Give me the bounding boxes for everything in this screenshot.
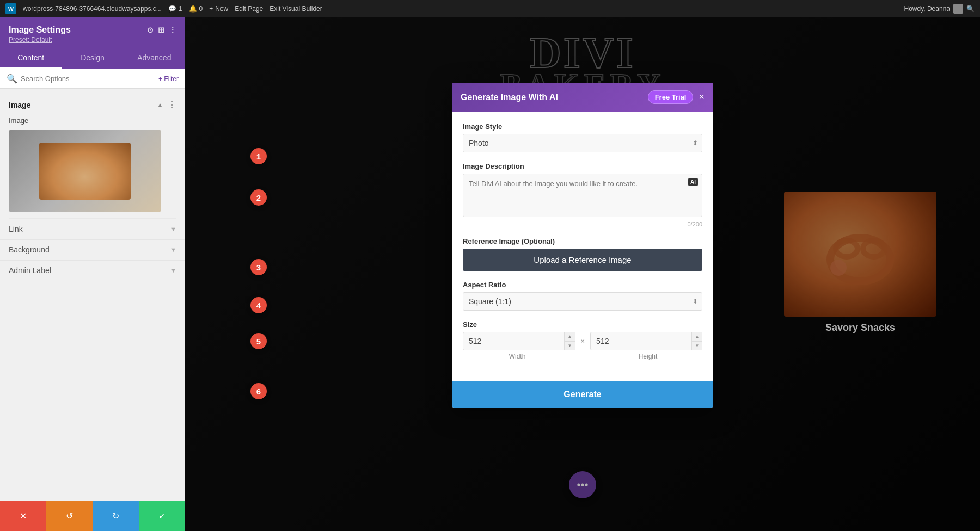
step-badge-3: 3 — [250, 259, 267, 275]
link-section-title: Link — [9, 225, 23, 233]
undo-button[interactable]: ↺ — [46, 501, 93, 531]
image-preview-inner — [9, 130, 161, 212]
width-spinner: ▲ ▼ — [564, 332, 575, 350]
free-trial-badge[interactable]: Free Trial — [648, 90, 694, 104]
width-input-wrap: ▲ ▼ — [463, 332, 575, 350]
site-url[interactable]: wordpress-784896-3766464.cloudwaysapps.c… — [23, 5, 162, 13]
modal-overlay: Generate Image With AI Free Trial × Imag… — [185, 17, 980, 531]
width-up-button[interactable]: ▲ — [565, 332, 575, 342]
size-x-icon: × — [580, 337, 585, 345]
new-button[interactable]: + New — [209, 5, 228, 13]
step-badge-5: 5 — [250, 333, 267, 349]
step-badge-4: 4 — [250, 297, 267, 313]
save-button[interactable]: ✓ — [139, 501, 185, 531]
height-label: Height — [593, 353, 702, 360]
aspect-ratio-group: Aspect Ratio Square (1:1) — [463, 281, 702, 311]
image-description-group: Image Description AI 0/200 — [463, 162, 702, 227]
textarea-wrapper: AI — [463, 174, 702, 219]
image-description-textarea[interactable] — [463, 174, 702, 217]
wp-admin-bar: W wordpress-784896-3766464.cloudwaysapps… — [0, 0, 980, 17]
size-label: Size — [463, 320, 702, 329]
section-controls: ▲ ⋮ — [157, 100, 176, 110]
wp-logo-icon[interactable]: W — [5, 3, 16, 14]
aspect-ratio-select-wrapper: Square (1:1) — [463, 292, 702, 311]
image-sub-label: Image — [0, 114, 185, 128]
search-icon: 🔍 — [7, 73, 17, 84]
sidebar-title-icons: ⊙ ⊞ ⋮ — [147, 26, 176, 34]
preview-food-image — [39, 143, 131, 200]
image-section-header[interactable]: Image ▲ ⋮ — [0, 93, 185, 114]
image-preview[interactable] — [9, 130, 161, 212]
more-icon[interactable]: ⋮ — [169, 26, 176, 34]
size-row: ▲ ▼ × ▲ ▼ — [463, 332, 702, 350]
char-counter: 0/200 — [463, 221, 702, 227]
left-sidebar: Image Settings ⊙ ⊞ ⋮ Preset: Default Con… — [0, 17, 185, 531]
background-section[interactable]: Background ▼ — [0, 239, 185, 260]
columns-icon[interactable]: ⊞ — [158, 26, 164, 34]
comment-icon: 💬 — [168, 5, 176, 13]
height-spinner: ▲ ▼ — [691, 332, 702, 350]
modal-header: Generate Image With AI Free Trial × — [452, 83, 713, 112]
width-input[interactable] — [463, 332, 575, 350]
user-avatar — [953, 4, 963, 14]
aspect-ratio-label: Aspect Ratio — [463, 281, 702, 289]
size-labels: Width Height — [463, 353, 702, 360]
redo-button[interactable]: ↻ — [93, 501, 139, 531]
image-style-select[interactable]: Photo — [463, 134, 702, 152]
background-arrow-icon: ▼ — [170, 246, 176, 253]
admin-arrow-icon: ▼ — [170, 267, 176, 274]
link-section[interactable]: Link ▼ — [0, 219, 185, 239]
upload-reference-button[interactable]: Upload a Reference Image — [463, 249, 702, 271]
comments-count[interactable]: 💬 1 — [168, 5, 182, 13]
search-input[interactable] — [21, 75, 155, 83]
generate-image-modal: Generate Image With AI Free Trial × Imag… — [452, 83, 713, 408]
exit-builder-button[interactable]: Exit Visual Builder — [270, 5, 322, 13]
height-input[interactable] — [590, 332, 702, 350]
preset-label[interactable]: Preset: Default — [9, 36, 176, 44]
image-section-title: Image — [9, 101, 30, 109]
height-down-button[interactable]: ▼ — [692, 342, 702, 351]
sidebar-tabs: Content Design Advanced — [0, 48, 185, 69]
image-style-group: Image Style Photo — [463, 122, 702, 152]
search-icon[interactable]: 🔍 — [966, 5, 975, 13]
background-section-title: Background — [9, 245, 50, 254]
filter-button[interactable]: + Filter — [158, 75, 179, 83]
image-description-label: Image Description — [463, 162, 702, 170]
size-x-spacer — [577, 353, 588, 360]
height-input-wrap: ▲ ▼ — [590, 332, 702, 350]
edit-page-button[interactable]: Edit Page — [235, 5, 263, 13]
step-badge-1: 1 — [250, 148, 267, 164]
generate-button[interactable]: Generate — [452, 381, 713, 408]
modal-header-right: Free Trial × — [648, 90, 705, 104]
step-badge-2: 2 — [250, 189, 267, 206]
height-up-button[interactable]: ▲ — [692, 332, 702, 342]
width-down-button[interactable]: ▼ — [565, 342, 575, 351]
size-group: Size ▲ ▼ × ▲ ▼ — [463, 320, 702, 360]
aspect-ratio-select[interactable]: Square (1:1) — [463, 292, 702, 311]
image-style-select-wrapper: Photo — [463, 134, 702, 152]
sidebar-header: Image Settings ⊙ ⊞ ⋮ Preset: Default — [0, 17, 185, 48]
sidebar-title-text: Image Settings — [9, 25, 71, 35]
sidebar-title-row: Image Settings ⊙ ⊞ ⋮ — [9, 25, 176, 35]
modal-footer: Generate — [452, 381, 713, 408]
target-icon[interactable]: ⊙ — [147, 26, 154, 34]
collapse-arrow-icon[interactable]: ▲ — [157, 101, 163, 109]
close-button[interactable]: ✕ — [0, 501, 46, 531]
modal-close-button[interactable]: × — [699, 91, 705, 103]
section-more-icon[interactable]: ⋮ — [168, 100, 176, 110]
notifications-count[interactable]: 🔔 0 — [189, 5, 203, 13]
admin-label-section[interactable]: Admin Label ▼ — [0, 260, 185, 280]
ai-icon[interactable]: AI — [688, 178, 698, 186]
bottom-action-bar: ✕ ↺ ↻ ✓ — [0, 501, 185, 531]
sidebar-search-bar: 🔍 + Filter — [0, 69, 185, 89]
user-info: Howdy, Deanna 🔍 — [904, 4, 975, 14]
tab-advanced[interactable]: Advanced — [124, 48, 185, 69]
plus-icon: + — [209, 5, 213, 13]
save-icon: ✓ — [158, 511, 166, 521]
close-icon: ✕ — [20, 511, 27, 521]
admin-label-section-title: Admin Label — [9, 266, 51, 275]
tab-design[interactable]: Design — [62, 48, 123, 69]
tab-content[interactable]: Content — [0, 48, 62, 69]
modal-body: Image Style Photo Image Description AI 0… — [452, 112, 713, 381]
sidebar-body: Image ▲ ⋮ Image Link ▼ Background ▼ — [0, 89, 185, 511]
